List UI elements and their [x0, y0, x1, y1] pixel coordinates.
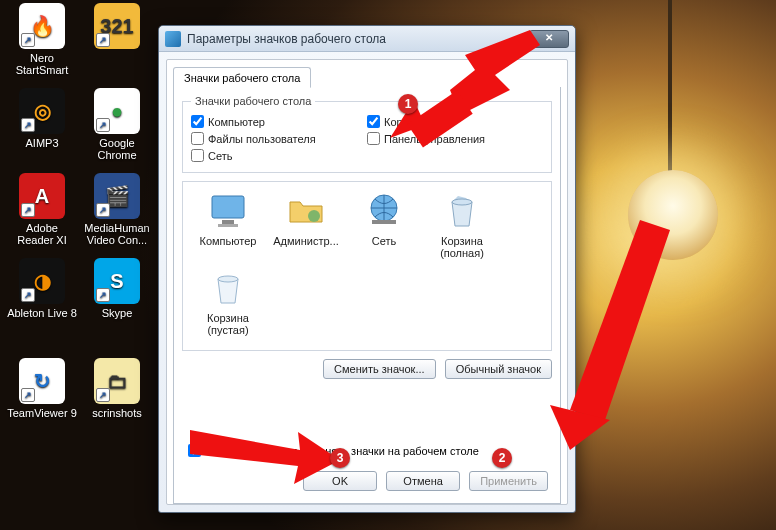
preview-item[interactable]: Компьютер — [189, 188, 267, 259]
svg-point-7 — [218, 276, 238, 282]
tab-desktop-icons[interactable]: Значки рабочего стола — [173, 67, 311, 88]
checkbox-user-files[interactable]: Файлы пользователя — [191, 130, 367, 147]
annotation-marker-1: 1 — [398, 94, 418, 114]
cancel-button[interactable]: Отмена — [386, 471, 460, 491]
preview-item[interactable]: Сеть — [345, 188, 423, 259]
monitor-icon — [206, 188, 250, 232]
globe-icon — [362, 188, 406, 232]
change-icon-button[interactable]: Сменить значок... — [323, 359, 436, 379]
bin-empty-icon — [206, 265, 250, 309]
desktop-icon[interactable]: 321↗ — [82, 3, 152, 52]
preview-item[interactable]: Администр... — [267, 188, 345, 259]
apply-button[interactable]: Применить — [469, 471, 548, 491]
checkbox-network[interactable]: Сеть — [191, 147, 367, 164]
group-legend: Значки рабочего стола — [191, 95, 315, 107]
annotation-arrow-3 — [190, 420, 340, 492]
preview-item[interactable]: Корзина (полная) — [423, 188, 501, 259]
annotation-marker-3: 3 — [330, 448, 350, 468]
wallpaper-cord — [668, 0, 672, 180]
bin-full-icon — [440, 188, 484, 232]
desktop-icon[interactable]: ●↗Google Chrome — [82, 88, 152, 161]
annotation-arrow-1 — [380, 30, 540, 142]
folder-icon — [284, 188, 328, 232]
preview-item[interactable]: Корзина (пустая) — [189, 265, 267, 336]
svg-point-3 — [308, 210, 320, 222]
checkbox-computer[interactable]: Компьютер — [191, 113, 367, 130]
desktop-icon[interactable]: S↗Skype — [82, 258, 152, 319]
desktop-icon[interactable]: ◎↗AIMP3 — [7, 88, 77, 149]
svg-rect-5 — [372, 220, 396, 224]
desktop-icon[interactable]: ↻↗TeamViewer 9 — [7, 358, 77, 419]
system-menu-icon — [165, 31, 181, 47]
svg-rect-0 — [212, 196, 244, 218]
svg-marker-13 — [190, 430, 340, 484]
svg-marker-11 — [570, 220, 670, 420]
desktop-icon[interactable]: 🎬↗MediaHuman Video Con... — [82, 173, 152, 246]
svg-rect-2 — [218, 224, 238, 227]
icon-preview-list[interactable]: КомпьютерАдминистр...СетьКорзина (полная… — [182, 181, 552, 351]
svg-point-6 — [452, 199, 472, 205]
desktop-icon[interactable]: 🗀↗scrinshots — [82, 358, 152, 419]
svg-rect-1 — [222, 220, 234, 224]
annotation-arrow-2 — [510, 220, 670, 452]
annotation-marker-2: 2 — [492, 448, 512, 468]
desktop-icon[interactable]: ◑↗Ableton Live 8 — [7, 258, 77, 319]
desktop-icon[interactable]: 🔥↗Nero StartSmart — [7, 3, 77, 76]
desktop-icon[interactable]: A↗Adobe Reader XI — [7, 173, 77, 246]
